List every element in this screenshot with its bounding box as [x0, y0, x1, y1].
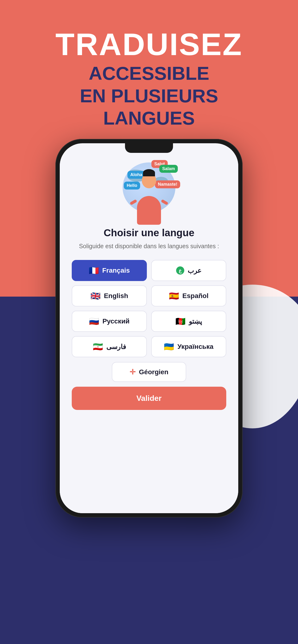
person-head: [142, 173, 156, 188]
ukrainian-flag-icon: 🇺🇦: [164, 342, 174, 352]
main-title: TRADUISEZ: [0, 29, 298, 60]
header-section: TRADUISEZ ACCESSIBLE EN PLUSIEURS LANGUE…: [0, 29, 298, 130]
person-figure: [137, 180, 161, 225]
phone-frame: Salut Aloha Salam Hello Namaste!: [55, 139, 243, 518]
lang-button-georgian[interactable]: ✛ Géorgien: [112, 362, 186, 382]
russian-label: Русский: [102, 318, 129, 325]
lang-button-spanish[interactable]: 🇪🇸 Español: [151, 285, 226, 306]
lang-button-ukrainian[interactable]: 🇺🇦 Українська: [151, 336, 226, 357]
phone-mockup: Salut Aloha Salam Hello Namaste!: [55, 139, 243, 518]
lang-button-farsi[interactable]: 🇮🇷 فارسی: [72, 336, 147, 357]
english-flag-icon: 🇬🇧: [90, 291, 100, 301]
validate-button[interactable]: Valider: [72, 387, 226, 410]
language-grid: 🇫🇷 Français ع عرب 🇬🇧 English: [72, 260, 226, 357]
language-illustration: Salut Aloha Salam Hello Namaste!: [113, 158, 185, 225]
phone-screen: Salut Aloha Salam Hello Namaste!: [60, 143, 238, 513]
person-body: [137, 196, 161, 225]
bubble-salam: Salam: [159, 165, 178, 173]
screen-title: Choisir une langue: [104, 227, 194, 238]
french-label: Français: [102, 267, 130, 274]
lang-button-english[interactable]: 🇬🇧 English: [72, 285, 147, 306]
lang-button-russian[interactable]: 🇷🇺 Русский: [72, 311, 147, 332]
georgian-label: Géorgien: [139, 368, 169, 376]
georgian-cross-icon: ✛: [129, 368, 135, 376]
spanish-flag-icon: 🇪🇸: [169, 291, 179, 301]
pashto-label: پښتو: [189, 318, 202, 325]
lang-button-pashto[interactable]: 🇦🇫 پښتو: [151, 311, 226, 332]
russian-flag-icon: 🇷🇺: [89, 316, 99, 326]
subtitle-text: ACCESSIBLE EN PLUSIEURS LANGUES: [0, 62, 298, 130]
farsi-flag-icon: 🇮🇷: [93, 342, 103, 352]
lang-button-arabic[interactable]: ع عرب: [151, 260, 226, 281]
screen-content: Salut Aloha Salam Hello Namaste!: [60, 155, 238, 513]
spanish-label: Español: [182, 292, 209, 300]
french-flag-icon: 🇫🇷: [89, 266, 99, 275]
english-label: English: [104, 292, 128, 300]
phone-notch: [125, 143, 173, 153]
ukrainian-label: Українська: [177, 343, 213, 350]
arabic-badge-icon: ع: [176, 266, 184, 274]
arabic-label: عرب: [188, 267, 202, 274]
farsi-label: فارسی: [106, 343, 126, 351]
pashto-flag-icon: 🇦🇫: [175, 316, 186, 326]
lang-button-french[interactable]: 🇫🇷 Français: [72, 260, 147, 281]
screen-subtitle: Soliguide est disponible dans les langue…: [79, 242, 219, 250]
